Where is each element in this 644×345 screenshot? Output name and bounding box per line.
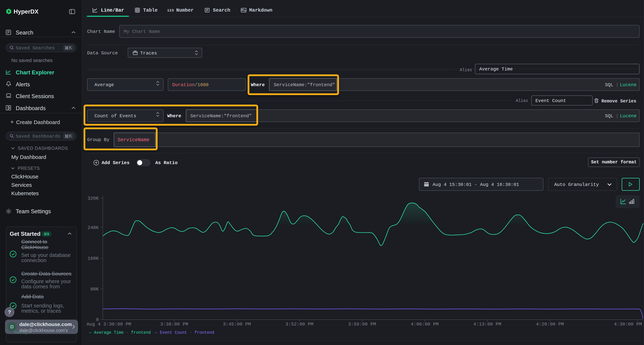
svg-text:3:45:00 PM: 3:45:00 PM xyxy=(223,322,251,327)
svg-text:3:52:00 PM: 3:52:00 PM xyxy=(286,322,314,327)
svg-text:320K: 320K xyxy=(88,196,99,201)
svg-text:80K: 80K xyxy=(90,287,99,292)
svg-text:4:06:00 PM: 4:06:00 PM xyxy=(411,322,439,327)
svg-text:4:13:00 PM: 4:13:00 PM xyxy=(473,322,501,327)
svg-text:3:59:00 PM: 3:59:00 PM xyxy=(348,322,376,327)
svg-text:4:30:00 PM: 4:30:00 PM xyxy=(614,322,642,327)
svg-text:240K: 240K xyxy=(88,225,99,230)
svg-text:160K: 160K xyxy=(88,256,99,261)
svg-text:Aug 4 3:30:00 PM: Aug 4 3:30:00 PM xyxy=(86,322,131,327)
svg-text:4:20:00 PM: 4:20:00 PM xyxy=(536,322,564,327)
svg-text:3:38:00 PM: 3:38:00 PM xyxy=(160,322,188,327)
